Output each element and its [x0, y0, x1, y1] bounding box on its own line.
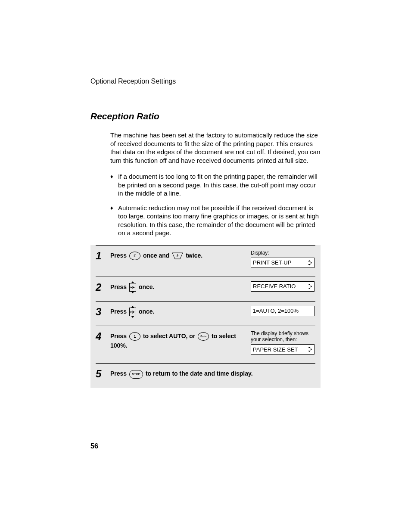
step-row: 5 Press STOP to return to the date and t…	[96, 363, 315, 388]
step-text: to return to the date and time display.	[146, 370, 253, 377]
step-text: twice.	[186, 252, 202, 259]
bullet-icon: ♦	[110, 172, 118, 198]
direction-key-icon: ▸|▸	[129, 283, 136, 292]
step-text: Press	[110, 252, 128, 259]
step-text: to select AUTO, or	[143, 333, 197, 339]
step-number: 1	[96, 250, 110, 261]
function-key-icon: F	[129, 252, 140, 260]
step-instruction: Press F once and Z twice.	[110, 250, 251, 260]
step-instruction: Press ▸|▸ once.	[110, 281, 251, 292]
svg-marker-7	[308, 288, 311, 289]
lcd-display: RECEIVE RATIO	[251, 281, 314, 292]
stop-key-icon: STOP	[129, 370, 143, 379]
step-text: once.	[139, 283, 155, 290]
lcd-text: RECEIVE RATIO	[253, 283, 296, 289]
section-header: Optional Reception Settings	[90, 78, 321, 85]
updown-arrow-icon	[306, 283, 312, 289]
step-number: 5	[96, 368, 110, 379]
bullet-text: Automatic reduction may not be possible …	[118, 204, 321, 237]
step-number: 4	[96, 330, 110, 342]
step-row: 3 Press ▸|▸ once. 1=AUTO, 2=100%	[96, 301, 315, 326]
step-text: once and	[143, 252, 171, 259]
bullet-icon: ♦	[110, 204, 118, 237]
bullet-text: If a document is too long to fit on the …	[118, 172, 321, 198]
step-text: Press	[110, 308, 128, 315]
step-number: 2	[96, 281, 110, 292]
svg-marker-11	[311, 348, 312, 351]
step-text: Press	[110, 283, 128, 290]
step-row: 1 Press F once and Z twice. Display: PRI…	[96, 245, 315, 277]
step-instruction: Press 1 to select AUTO, or 2abc to selec…	[110, 330, 251, 350]
lcd-display: PRINT SET-UP	[251, 258, 314, 268]
lcd-display: 1=AUTO, 2=100%	[251, 306, 314, 316]
steps-panel: 1 Press F once and Z twice. Display: PRI…	[90, 245, 321, 388]
svg-marker-4	[308, 264, 311, 265]
page-number: 56	[90, 442, 98, 450]
step-instruction: Press STOP to return to the date and tim…	[110, 368, 315, 378]
svg-marker-9	[308, 347, 311, 348]
lcd-text: PAPER SIZE SET	[253, 346, 298, 353]
list-item: ♦ If a document is too long to fit on th…	[110, 172, 321, 198]
direction-key-icon: ▸|▸	[129, 308, 136, 316]
step-row: 4 Press 1 to select AUTO, or 2abc to sel…	[96, 326, 315, 364]
list-item: ♦ Automatic reduction may not be possibl…	[110, 204, 321, 237]
z-key-icon: Z	[172, 252, 183, 259]
bullet-list: ♦ If a document is too long to fit on th…	[110, 172, 321, 237]
two-key-icon: 2abc	[198, 332, 209, 341]
svg-marker-10	[308, 351, 311, 352]
step-row: 2 Press ▸|▸ once. RECEIVE RATIO	[96, 277, 315, 301]
svg-marker-5	[311, 261, 312, 264]
one-key-icon: 1	[129, 332, 140, 341]
lcd-display: PAPER SIZE SET	[251, 344, 314, 355]
display-label: Display:	[251, 250, 315, 256]
svg-marker-8	[311, 285, 312, 288]
updown-arrow-icon	[306, 260, 312, 266]
step-text: once.	[139, 308, 155, 315]
intro-paragraph: The machine has been set at the factory …	[110, 131, 321, 165]
page-title: Reception Ratio	[90, 111, 321, 121]
lcd-text: PRINT SET-UP	[253, 259, 291, 266]
step-text: Press	[110, 333, 128, 339]
display-note: The display briefly shows your selection…	[251, 330, 315, 343]
updown-arrow-icon	[306, 346, 312, 352]
svg-marker-3	[308, 260, 311, 261]
step-text: Press	[110, 370, 128, 377]
step-number: 3	[96, 306, 110, 317]
lcd-text: 1=AUTO, 2=100%	[253, 308, 299, 314]
svg-marker-6	[308, 284, 311, 285]
step-instruction: Press ▸|▸ once.	[110, 306, 251, 316]
